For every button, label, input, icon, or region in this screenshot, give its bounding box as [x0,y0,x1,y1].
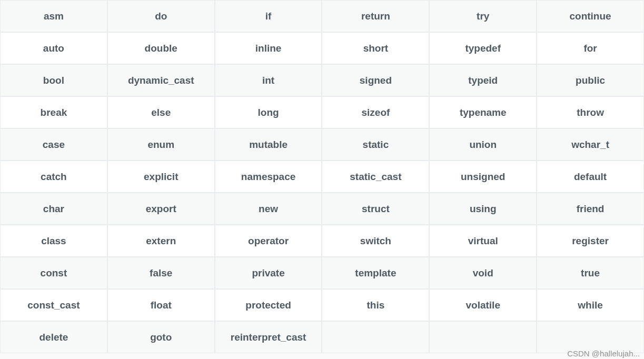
table-cell: throw [537,96,644,128]
table-cell: operator [215,225,322,257]
table-cell: switch [322,225,429,257]
table-cell: sizeof [322,96,429,128]
table-cell: volatile [429,289,537,321]
table-row: booldynamic_castintsignedtypeidpublic [0,64,644,96]
table-cell: extern [107,225,215,257]
table-cell: const [0,257,107,289]
table-cell: namespace [215,161,322,193]
table-cell: mutable [215,128,322,161]
table-cell: true [537,257,644,289]
table-cell: friend [537,193,644,225]
table-row: classexternoperatorswitchvirtualregister [0,225,644,257]
table-cell: class [0,225,107,257]
table-cell: double [107,32,215,64]
table-cell: auto [0,32,107,64]
table-cell: return [322,0,429,32]
table-cell: false [107,257,215,289]
table-cell [322,321,429,353]
table-cell: short [322,32,429,64]
table-cell: case [0,128,107,161]
table-cell: unsigned [429,161,537,193]
table-row: constfalseprivatetemplatevoidtrue [0,257,644,289]
table-cell: char [0,193,107,225]
table-cell: static_cast [322,161,429,193]
table-cell [429,321,537,353]
table-cell: private [215,257,322,289]
table-cell: catch [0,161,107,193]
table-row: deletegotoreinterpret_cast [0,321,644,353]
table-cell: typename [429,96,537,128]
table-row: autodoubleinlineshorttypedeffor [0,32,644,64]
table-row: breakelselongsizeoftypenamethrow [0,96,644,128]
table-cell: static [322,128,429,161]
table-cell: this [322,289,429,321]
table-cell: if [215,0,322,32]
table-cell [537,321,644,353]
table-cell: struct [322,193,429,225]
table-cell: reinterpret_cast [215,321,322,353]
table-cell: for [537,32,644,64]
table-cell: long [215,96,322,128]
table-cell: new [215,193,322,225]
table-cell: virtual [429,225,537,257]
table-cell: wchar_t [537,128,644,161]
table-cell: template [322,257,429,289]
table-cell: inline [215,32,322,64]
table-cell: bool [0,64,107,96]
table-cell: default [537,161,644,193]
table-cell: void [429,257,537,289]
table-cell: public [537,64,644,96]
table-cell: const_cast [0,289,107,321]
table-row: asmdoifreturntrycontinue [0,0,644,32]
table-cell: int [215,64,322,96]
table-cell: export [107,193,215,225]
table-cell: goto [107,321,215,353]
table-row: const_castfloatprotectedthisvolatilewhil… [0,289,644,321]
table-cell: typedef [429,32,537,64]
table-row: caseenummutablestaticunionwchar_t [0,128,644,161]
table-cell: protected [215,289,322,321]
table-cell: signed [322,64,429,96]
table-cell: asm [0,0,107,32]
table-cell: dynamic_cast [107,64,215,96]
keywords-table: asmdoifreturntrycontinueautodoubleinline… [0,0,644,353]
table-cell: using [429,193,537,225]
table-cell: else [107,96,215,128]
table-cell: enum [107,128,215,161]
table-cell: explicit [107,161,215,193]
table-cell: register [537,225,644,257]
table-cell: do [107,0,215,32]
table-cell: delete [0,321,107,353]
keywords-table-body: asmdoifreturntrycontinueautodoubleinline… [0,0,644,353]
table-cell: typeid [429,64,537,96]
table-cell: break [0,96,107,128]
table-row: charexportnewstructusingfriend [0,193,644,225]
table-row: catchexplicitnamespacestatic_castunsigne… [0,161,644,193]
table-cell: float [107,289,215,321]
table-cell: try [429,0,537,32]
table-cell: union [429,128,537,161]
table-cell: while [537,289,644,321]
table-cell: continue [537,0,644,32]
